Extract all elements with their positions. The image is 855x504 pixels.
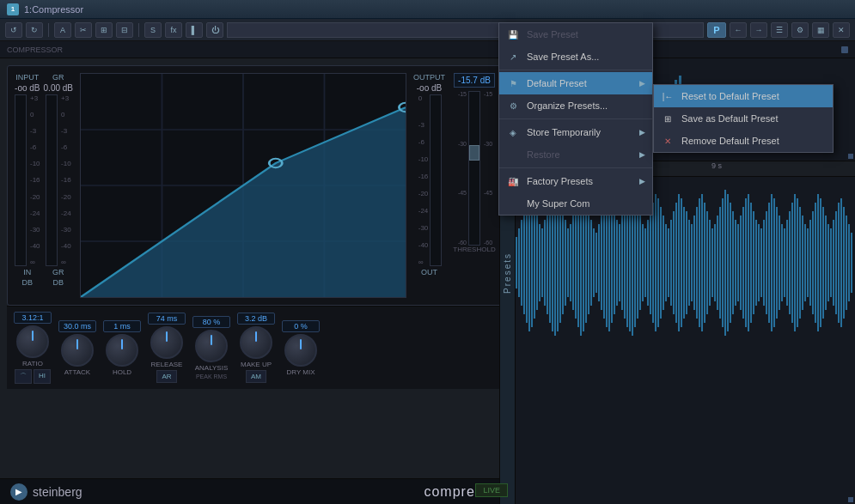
svg-rect-83: [598, 224, 600, 301]
waveform-top-scroll[interactable]: [848, 154, 853, 159]
release-value[interactable]: 74 ms: [148, 313, 186, 325]
menu-item-organize-presets[interactable]: ⚙ Organize Presets...: [499, 94, 652, 117]
ar-button[interactable]: AR: [156, 370, 176, 383]
drymix-knob[interactable]: [284, 334, 317, 367]
tool-fx[interactable]: fx: [165, 22, 182, 38]
svg-rect-136: [735, 220, 736, 306]
in-bottom-label: IN: [23, 268, 31, 276]
submenu-remove-default[interactable]: ✕ Remove Default Preset: [654, 130, 833, 152]
input-meter-group: INPUT -oo dB +30-3-6-10 -16-20-24-30-40 …: [15, 73, 40, 298]
redo-button[interactable]: ↻: [26, 22, 43, 38]
tool-cut[interactable]: ✂: [75, 22, 92, 38]
svg-rect-170: [822, 207, 824, 319]
hold-knob[interactable]: [106, 334, 138, 367]
svg-rect-179: [846, 216, 847, 310]
ratio-label: RATIO: [22, 360, 43, 367]
window-title: 1:Compressor: [24, 4, 83, 15]
svg-rect-111: [670, 220, 672, 306]
am-button[interactable]: AM: [246, 370, 266, 383]
gr-bottom-label: GR: [52, 268, 64, 276]
threshold-scale-right: -15-30-45-60: [484, 91, 492, 246]
presets-sidebar-label: Presets: [503, 252, 512, 294]
svg-rect-109: [665, 224, 667, 301]
daw-scroll-btn[interactable]: [841, 46, 848, 53]
hold-value[interactable]: 1 ms: [103, 320, 141, 332]
svg-rect-115: [681, 198, 682, 327]
submenu-reset-default[interactable]: |← Reset to Default Preset: [654, 85, 833, 107]
svg-rect-159: [794, 194, 796, 331]
menu-button[interactable]: ☰: [771, 22, 788, 38]
svg-rect-81: [593, 228, 595, 297]
presets-button[interactable]: P: [707, 22, 726, 38]
tool-copy[interactable]: ⊞: [95, 22, 113, 38]
default-preset-label: Default Preset: [527, 78, 632, 88]
tool-meter[interactable]: ▌: [186, 22, 203, 38]
input-meter-scale: +30-3-6-10 -16-20-24-30-40 ∞: [30, 94, 40, 266]
close-button[interactable]: ✕: [833, 22, 850, 38]
menu-item-store-temporarily[interactable]: ◈ Store Temporarily ▶: [499, 121, 652, 143]
analysis-sub: PEAK RMS: [196, 373, 227, 380]
nav-back[interactable]: ←: [730, 22, 747, 38]
factory-presets-arrow: ▶: [639, 177, 645, 185]
undo-button[interactable]: ↺: [5, 22, 22, 38]
live-button[interactable]: LIVE: [475, 483, 508, 497]
threshold-value: -15.7 dB: [454, 73, 495, 88]
svg-rect-91: [619, 224, 620, 301]
attack-value[interactable]: 30.0 ms: [58, 320, 96, 332]
svg-rect-177: [840, 198, 842, 327]
svg-rect-107: [660, 207, 662, 319]
release-knob[interactable]: [150, 326, 183, 359]
analysis-knob[interactable]: [195, 330, 228, 362]
waveform-bottom-scroll[interactable]: [848, 497, 853, 502]
menu-item-restore[interactable]: Restore ▶: [499, 143, 652, 166]
svg-rect-99: [639, 216, 641, 310]
tool-power[interactable]: ⏻: [206, 22, 223, 38]
hi-button[interactable]: HI: [34, 369, 51, 384]
svg-rect-176: [838, 203, 840, 323]
analysis-value[interactable]: 80 %: [192, 316, 230, 328]
ratio-knob[interactable]: [16, 325, 49, 358]
plugin-area: COMPRESSOR INPUT -oo dB +30-3-6-10 -16-2…: [0, 41, 516, 504]
svg-rect-132: [724, 190, 726, 336]
menu-item-default-preset[interactable]: ⚑ Default Preset ▶: [499, 72, 652, 94]
makeup-knob[interactable]: [240, 326, 272, 359]
svg-rect-113: [675, 203, 677, 323]
curve-button[interactable]: ⌒: [15, 369, 32, 384]
drymix-value[interactable]: 0 %: [282, 320, 320, 332]
ratio-control: 3.12:1 RATIO ⌒ HI: [14, 312, 52, 384]
hold-label: HOLD: [113, 368, 131, 376]
svg-rect-168: [817, 194, 819, 331]
menu-item-my-super-com[interactable]: My Super Com: [499, 192, 652, 215]
save-preset-icon: 💾: [506, 27, 520, 41]
svg-rect-119: [691, 224, 693, 301]
threshold-slider-handle[interactable]: [469, 145, 479, 161]
svg-rect-68: [559, 203, 561, 323]
default-preset-icon: ⚑: [506, 76, 520, 90]
store-temp-icon: ◈: [506, 125, 520, 139]
menu-item-save-preset[interactable]: 💾 Save Preset: [499, 23, 652, 46]
threshold-slider-track[interactable]: [468, 91, 480, 246]
default-preset-submenu: |← Reset to Default Preset ⊞ Save as Def…: [653, 84, 834, 153]
gr-meter: [46, 94, 58, 266]
svg-rect-59: [536, 216, 538, 310]
layout-button[interactable]: ▦: [812, 22, 829, 38]
makeup-value[interactable]: 3.2 dB: [237, 313, 275, 325]
svg-rect-153: [779, 216, 780, 310]
tool-a[interactable]: A: [54, 22, 71, 38]
ratio-value[interactable]: 3.12:1: [14, 312, 52, 324]
svg-rect-138: [740, 216, 742, 310]
output-meter: [430, 94, 442, 266]
menu-item-save-preset-as[interactable]: ↗ Save Preset As...: [499, 46, 652, 68]
store-temp-arrow: ▶: [639, 128, 645, 137]
tool-paste[interactable]: ⊟: [116, 22, 133, 38]
settings-button[interactable]: ⚙: [791, 22, 809, 38]
hold-control: 1 ms HOLD: [103, 320, 141, 376]
svg-rect-74: [575, 207, 577, 319]
nav-forward[interactable]: →: [750, 22, 767, 38]
attack-knob[interactable]: [61, 334, 94, 367]
svg-rect-98: [637, 207, 638, 319]
menu-item-factory-presets[interactable]: 🏭 Factory Presets ▶: [499, 170, 652, 192]
submenu-save-default[interactable]: ⊞ Save as Default Preset: [654, 107, 833, 130]
tool-s[interactable]: S: [144, 22, 162, 38]
compressor-graph: [80, 73, 406, 298]
